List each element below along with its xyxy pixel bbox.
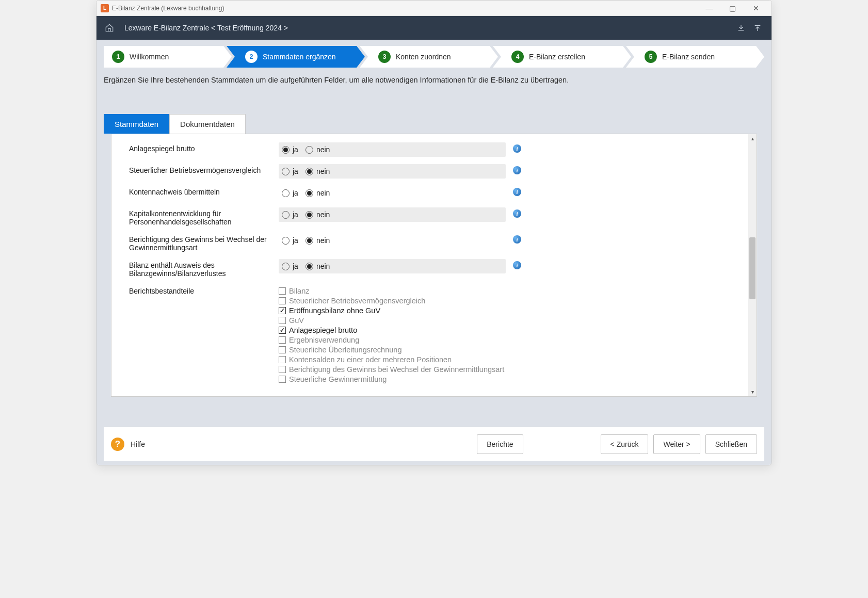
- radio-nein[interactable]: [306, 237, 313, 245]
- wizard-step-number: 3: [378, 51, 391, 63]
- checkbox-row: GuV: [279, 316, 568, 325]
- radio-label: ja: [293, 189, 298, 197]
- tab-stammdaten[interactable]: Stammdaten: [104, 114, 169, 134]
- wizard-step-number: 1: [112, 51, 124, 63]
- radio-ja[interactable]: [282, 189, 290, 197]
- form-row: Steuerlicher Betriebsvermögensvergleichj…: [129, 164, 735, 179]
- radio-label: ja: [293, 236, 298, 245]
- checkbox: [279, 376, 286, 383]
- info-wrap: i: [513, 259, 521, 269]
- upload-icon[interactable]: [751, 21, 764, 35]
- form-row-label: Bilanz enthält Ausweis des Bilanzgewinns…: [129, 259, 279, 278]
- window-title: E-Bilanz Zentrale (Lexware buchhaltung): [112, 5, 224, 12]
- radio-label: nein: [316, 211, 330, 219]
- checkbox-row: Steuerlicher Betriebsvermögensvergleich: [279, 297, 568, 305]
- form-panel: Anlagespiegel bruttojaneiniSteuerlicher …: [111, 134, 757, 397]
- radio-group: janein: [279, 186, 506, 200]
- content-area: 1Willkommen2Stammdaten ergänzen3Konten z…: [97, 40, 771, 465]
- info-icon[interactable]: i: [513, 235, 521, 244]
- next-button[interactable]: Weiter >: [653, 434, 700, 454]
- form-row-label: Kapitalkontenentwicklung für Personenhan…: [129, 207, 279, 226]
- radio-nein[interactable]: [306, 146, 313, 154]
- checkbox-label: Steuerlicher Betriebsvermögensvergleich: [289, 297, 425, 305]
- scrollbar-thumb[interactable]: [749, 237, 756, 299]
- form-row: Anlagespiegel bruttojaneini: [129, 142, 735, 157]
- wizard-step-5[interactable]: 5E-Bilanz senden: [626, 46, 764, 68]
- checkbox-label: Steuerliche Überleitungsrechnung: [289, 346, 401, 354]
- checkbox-label: Ergebnisverwendung: [289, 336, 359, 344]
- checkbox-row: Bilanz: [279, 287, 568, 295]
- form-row-checklist: BerichtsbestandteileBilanzSteuerlicher B…: [129, 285, 735, 383]
- checkbox: [279, 366, 286, 373]
- minimize-button[interactable]: —: [698, 1, 721, 16]
- maximize-button[interactable]: ▢: [721, 1, 744, 16]
- radio-group: janein: [279, 207, 506, 222]
- tab-dokumentdaten[interactable]: Dokumentdaten: [169, 114, 246, 134]
- form-row-label: Berichtsbestandteile: [129, 285, 279, 295]
- radio-label: ja: [293, 167, 298, 175]
- radio-nein[interactable]: [306, 211, 313, 219]
- help-icon[interactable]: ?: [111, 438, 124, 451]
- wizard-step-label: Stammdaten ergänzen: [263, 53, 336, 61]
- scrollbar[interactable]: ▴ ▾: [748, 134, 757, 396]
- instruction-text: Ergänzen Sie Ihre bestehenden Stammdaten…: [104, 76, 764, 84]
- wizard-step-4[interactable]: 4E-Bilanz erstellen: [493, 46, 631, 68]
- info-wrap: i: [513, 207, 521, 218]
- wizard-step-2[interactable]: 2Stammdaten ergänzen: [227, 46, 365, 68]
- checkbox-row: Kontensalden zu einer oder mehreren Posi…: [279, 355, 568, 364]
- checkbox-label: Berichtigung des Gewinns bei Wechsel der…: [289, 365, 504, 374]
- radio-nein[interactable]: [306, 189, 313, 197]
- radio-ja[interactable]: [282, 168, 290, 175]
- checkbox: [279, 356, 286, 363]
- checkbox: [279, 336, 286, 344]
- form-row-label: Kontennachweis übermitteln: [129, 186, 279, 196]
- reports-button[interactable]: Berichte: [477, 434, 523, 454]
- scroll-down-icon[interactable]: ▾: [748, 387, 757, 396]
- radio-ja[interactable]: [282, 146, 290, 154]
- scroll-up-icon[interactable]: ▴: [748, 134, 757, 143]
- checkbox-row: Steuerliche Gewinnermittlung: [279, 375, 568, 383]
- close-button[interactable]: Schließen: [705, 434, 757, 454]
- radio-label: ja: [293, 146, 298, 154]
- radio-nein[interactable]: [306, 263, 313, 270]
- radio-group: janein: [279, 164, 506, 179]
- radio-ja[interactable]: [282, 263, 290, 270]
- checkbox[interactable]: [279, 307, 286, 314]
- radio-label: ja: [293, 211, 298, 219]
- radio-label: nein: [316, 262, 330, 270]
- radio-label: ja: [293, 262, 298, 270]
- back-button[interactable]: < Zurück: [601, 434, 649, 454]
- wizard-step-number: 5: [645, 51, 657, 63]
- radio-ja[interactable]: [282, 211, 290, 219]
- form-row-label: Berichtigung des Gewinns bei Wechsel der…: [129, 233, 279, 252]
- home-icon[interactable]: [104, 22, 115, 34]
- form-row-label: Steuerlicher Betriebsvermögensvergleich: [129, 164, 279, 174]
- download-icon[interactable]: [734, 21, 748, 35]
- info-icon[interactable]: i: [513, 188, 521, 196]
- form-row: Berichtigung des Gewinns bei Wechsel der…: [129, 233, 735, 252]
- info-icon[interactable]: i: [513, 209, 521, 218]
- form-row: Bilanz enthält Ausweis des Bilanzgewinns…: [129, 259, 735, 278]
- info-icon[interactable]: i: [513, 261, 521, 269]
- form-scroll-area: Anlagespiegel bruttojaneiniSteuerlicher …: [111, 134, 748, 396]
- checkbox[interactable]: [279, 327, 286, 334]
- help-label[interactable]: Hilfe: [131, 440, 145, 448]
- checkbox-label: GuV: [289, 316, 304, 325]
- wizard-step-label: Konten zuordnen: [396, 53, 451, 61]
- info-icon[interactable]: i: [513, 166, 521, 174]
- checkbox-row: Steuerliche Überleitungsrechnung: [279, 346, 568, 354]
- wizard-step-1[interactable]: 1Willkommen: [104, 46, 232, 68]
- checkbox-label: Bilanz: [289, 287, 310, 295]
- info-icon[interactable]: i: [513, 144, 521, 153]
- wizard-steps: 1Willkommen2Stammdaten ergänzen3Konten z…: [104, 46, 764, 68]
- checkbox-row: Ergebnisverwendung: [279, 336, 568, 344]
- info-wrap: i: [513, 186, 521, 196]
- info-wrap: i: [513, 164, 521, 174]
- app-window: L E-Bilanz Zentrale (Lexware buchhaltung…: [96, 0, 772, 465]
- close-window-button[interactable]: ✕: [744, 1, 767, 16]
- radio-label: nein: [316, 236, 330, 245]
- radio-ja[interactable]: [282, 237, 290, 245]
- radio-nein[interactable]: [306, 168, 313, 175]
- wizard-step-3[interactable]: 3Konten zuordnen: [360, 46, 498, 68]
- wizard-step-label: E-Bilanz senden: [662, 53, 715, 61]
